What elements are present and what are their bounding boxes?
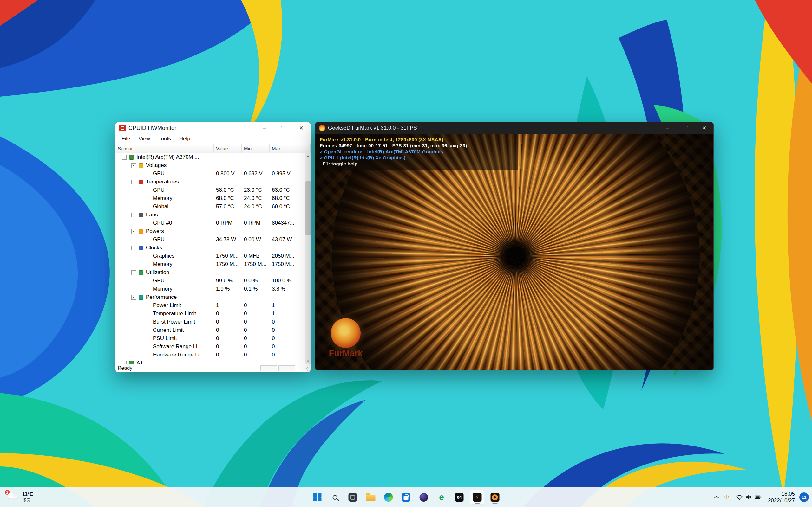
menu-tools[interactable]: Tools (154, 135, 175, 142)
sensor-row[interactable]: -Clocks (115, 244, 305, 252)
system-tray: 中 18:05 2022/10/27 11 (712, 487, 810, 507)
weather-widget[interactable]: 1 11°C 多云 (3, 487, 37, 507)
sensor-max: 0 (270, 343, 305, 350)
sensor-row[interactable]: GPU34.78 W0.00 W43.07 W (115, 235, 305, 244)
sensor-row[interactable]: -Voltages (115, 161, 305, 170)
sensor-row[interactable]: -Powers (115, 227, 305, 235)
furmark-app-icon (490, 493, 499, 502)
scroll-down-icon[interactable]: ▼ (305, 358, 311, 364)
sensor-row[interactable]: Software Range Li...000 (115, 343, 305, 351)
hwmonitor-titlebar[interactable]: CPUID HWMonitor – ✕ (115, 122, 310, 134)
tray-chevron-button[interactable] (712, 491, 721, 504)
expand-collapse-icon[interactable]: - (122, 361, 126, 364)
sensor-row[interactable]: Power Limit101 (115, 301, 305, 309)
vertical-scrollbar[interactable]: ▲ ▼ (305, 153, 310, 364)
taskbar-button-cpu-64[interactable]: 64 (452, 490, 467, 505)
quick-settings-button[interactable] (733, 491, 765, 504)
sensor-label: Memory (153, 261, 172, 268)
expand-collapse-icon[interactable]: - (131, 213, 136, 217)
expand-collapse-icon[interactable]: - (131, 229, 136, 234)
taskbar: 1 11°C 多云 e64⚡ 中 18:05 2022/10/27 11 (0, 487, 812, 507)
clock[interactable]: 18:05 2022/10/27 (765, 491, 798, 504)
sensor-row[interactable]: GPU0.800 V0.692 V0.895 V (115, 170, 305, 178)
window-title: Geeks3D FurMark v1.31.0.0 - 31FPS (328, 125, 658, 131)
sensor-label: Memory (153, 195, 172, 202)
maximize-button[interactable] (274, 122, 292, 134)
hwmonitor-app-icon: ⚡ (473, 493, 481, 502)
chip2-icon (129, 361, 134, 364)
menu-file[interactable]: File (117, 135, 134, 142)
sensor-min: 0 (242, 335, 270, 342)
notification-count-badge[interactable]: 11 (799, 493, 809, 502)
sensor-row[interactable]: Hardware Range Li...000 (115, 351, 305, 359)
menu-view[interactable]: View (134, 135, 154, 142)
sensor-row[interactable]: Memory68.0 °C24.0 °C68.0 °C (115, 194, 305, 203)
sensor-row[interactable]: Graphics1750 M...0 MHz2050 M... (115, 252, 305, 260)
column-header-value[interactable]: Value (214, 144, 242, 153)
status-text: Ready (118, 365, 132, 371)
taskbar-button-browser-e[interactable]: e (434, 490, 449, 505)
minimize-button[interactable]: – (255, 122, 274, 134)
furmark-titlebar[interactable]: Geeks3D FurMark v1.31.0.0 - 31FPS – ✕ (315, 122, 713, 134)
hwmonitor-window: CPUID HWMonitor – ✕ File View Tools Help… (115, 122, 311, 372)
expand-collapse-icon[interactable]: - (122, 155, 126, 160)
sensor-row[interactable]: -Fans (115, 211, 305, 219)
column-header-min[interactable]: Min (242, 144, 270, 153)
sensor-row[interactable]: Temperature Limit001 (115, 309, 305, 318)
sensor-row[interactable]: Current Limit000 (115, 326, 305, 334)
ime-indicator[interactable]: 中 (722, 491, 732, 504)
sensor-row[interactable]: Memory1750 M...1750 M...1750 M... (115, 260, 305, 268)
sensor-row[interactable]: -Temperatures (115, 178, 305, 186)
maximize-button[interactable] (676, 122, 695, 134)
sensor-row[interactable]: PSU Limit000 (115, 334, 305, 343)
expand-collapse-icon[interactable]: - (131, 270, 136, 275)
expand-collapse-icon[interactable]: - (131, 295, 136, 300)
taskbar-button-search[interactable] (328, 490, 343, 505)
sensor-max: 68.0 °C (270, 195, 305, 202)
tray-time: 18:05 (781, 491, 795, 497)
sensor-min: 1750 M... (242, 261, 270, 268)
expand-collapse-icon[interactable]: - (131, 245, 136, 250)
sensor-row[interactable]: Global57.0 °C24.0 °C60.0 °C (115, 203, 305, 211)
sensor-row[interactable]: Burst Power Limit000 (115, 318, 305, 326)
taskbar-button-hwmonitor[interactable]: ⚡ (470, 490, 485, 505)
sensor-min: 0 (242, 343, 270, 350)
column-header-sensor[interactable]: Sensor (115, 144, 214, 153)
column-header-max[interactable]: Max (270, 144, 310, 153)
expand-collapse-icon[interactable]: - (131, 180, 136, 184)
sensor-list: -Intel(R) Arc(TM) A370M ...-VoltagesGPU0… (115, 153, 310, 364)
sensor-max: 804347... (270, 220, 305, 226)
expand-collapse-icon[interactable]: - (131, 163, 136, 168)
scrollbar-track[interactable] (305, 158, 311, 358)
resize-grip[interactable] (303, 366, 308, 371)
sensor-value: 0.800 V (214, 170, 242, 177)
sensor-row[interactable]: -A1 (115, 359, 305, 364)
furmark-logo-text: FurMark (324, 349, 367, 358)
taskbar-button-start[interactable] (310, 490, 325, 505)
scroll-up-icon[interactable]: ▲ (305, 153, 311, 158)
sensor-label: Global (153, 204, 168, 210)
sensor-row[interactable]: GPU58.0 °C23.0 °C63.0 °C (115, 186, 305, 194)
sensor-max: 60.0 °C (270, 204, 305, 210)
taskbar-button-file-explorer[interactable] (363, 490, 378, 505)
taskbar-button-store[interactable] (399, 490, 414, 505)
sensor-row[interactable]: -Performance (115, 293, 305, 301)
sensor-row[interactable]: GPU #00 RPM0 RPM804347... (115, 219, 305, 227)
taskbar-button-task-view[interactable] (345, 490, 360, 505)
sensor-row[interactable]: Memory1.9 %0.1 %3.8 % (115, 285, 305, 293)
close-button[interactable]: ✕ (292, 122, 310, 134)
minimize-button[interactable]: – (658, 122, 676, 134)
scrollbar-thumb[interactable] (305, 181, 311, 235)
taskbar-button-edge[interactable] (381, 490, 396, 505)
close-button[interactable]: ✕ (695, 122, 713, 134)
sensor-row[interactable]: -Utilization (115, 268, 305, 277)
sensor-row[interactable]: -Intel(R) Arc(TM) A370M ... (115, 153, 305, 161)
taskbar-button-settings[interactable] (416, 490, 432, 505)
menu-help[interactable]: Help (175, 135, 194, 142)
sensor-value: 0 (214, 311, 242, 317)
folder-icon (366, 495, 375, 501)
sensor-value: 0 RPM (214, 220, 242, 226)
taskbar-button-furmark[interactable] (488, 490, 502, 505)
sensor-row[interactable]: GPU99.6 %0.0 %100.0 % (115, 277, 305, 285)
osd-line: Frames:34997 - time:00:17:51 - FPS:31 (m… (320, 143, 514, 149)
